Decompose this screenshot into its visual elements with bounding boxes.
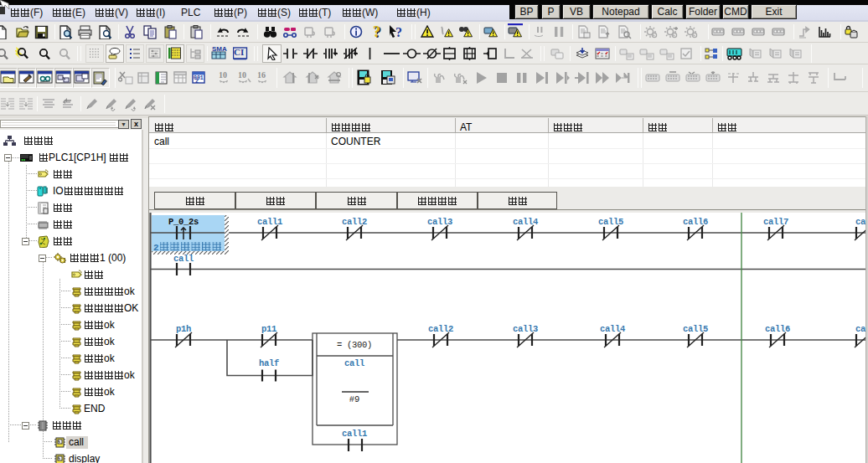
svg-text:CI: CI bbox=[234, 47, 244, 57]
svg-text:#9: #9 bbox=[349, 394, 360, 404]
svg-text:call7: call7 bbox=[763, 217, 788, 227]
svg-text:call4: call4 bbox=[513, 217, 538, 227]
svg-text:?: ? bbox=[373, 25, 380, 39]
svg-text:16: 16 bbox=[257, 70, 266, 80]
svg-text:2: 2 bbox=[195, 79, 199, 85]
svg-text:p1h: p1h bbox=[176, 324, 191, 334]
svg-text:call6: call6 bbox=[683, 217, 708, 227]
svg-text:call5: call5 bbox=[598, 217, 623, 227]
svg-text:call5: call5 bbox=[683, 324, 708, 334]
svg-text:p11: p11 bbox=[261, 324, 276, 334]
svg-text:call2: call2 bbox=[428, 324, 453, 334]
svg-text:= (300): = (300) bbox=[337, 340, 372, 350]
svg-text:10: 10 bbox=[238, 70, 246, 80]
svg-text:call1: call1 bbox=[257, 217, 282, 227]
svg-text:?: ? bbox=[395, 25, 402, 39]
svg-text:call3: call3 bbox=[513, 324, 538, 334]
svg-text:call3: call3 bbox=[427, 217, 452, 227]
svg-text:2: 2 bbox=[153, 243, 159, 253]
svg-text:call1: call1 bbox=[342, 429, 367, 439]
svg-text:call2: call2 bbox=[342, 217, 367, 227]
svg-text:call: call bbox=[173, 254, 194, 264]
svg-text:10: 10 bbox=[219, 70, 227, 80]
svg-text:P_0_2s: P_0_2s bbox=[168, 217, 199, 227]
svg-text:call4: call4 bbox=[600, 324, 625, 334]
svg-text:half: half bbox=[259, 358, 279, 368]
svg-text:call6: call6 bbox=[765, 324, 790, 334]
svg-text:call: call bbox=[344, 358, 364, 368]
